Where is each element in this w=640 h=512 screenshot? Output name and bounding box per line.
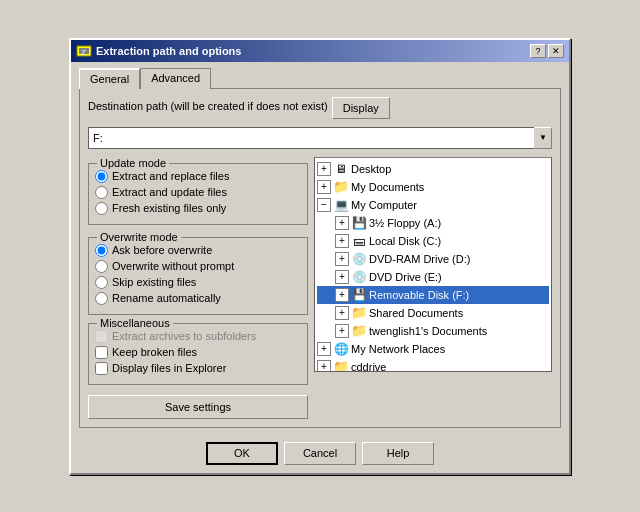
radio-label-overwrite-no-prompt[interactable]: Overwrite without prompt bbox=[112, 260, 234, 272]
miscellaneous-group: Miscellaneous Extract archives to subfol… bbox=[88, 323, 308, 385]
title-buttons: ? ✕ bbox=[530, 44, 564, 58]
desktop-icon: 🖥 bbox=[333, 161, 349, 177]
check-label-keep-broken[interactable]: Keep broken files bbox=[112, 346, 197, 358]
my-documents-icon: 📁 bbox=[333, 179, 349, 195]
tree-label-dvd-ram: DVD-RAM Drive (D:) bbox=[369, 253, 470, 265]
overwrite-mode-label: Overwrite mode bbox=[97, 231, 181, 243]
tree-item-twenglish-docs[interactable]: + 📁 twenglish1's Documents bbox=[317, 322, 549, 340]
tree-item-dvd-ram[interactable]: + 💿 DVD-RAM Drive (D:) bbox=[317, 250, 549, 268]
tree-item-network[interactable]: + 🌐 My Network Places bbox=[317, 340, 549, 358]
title-text: Extraction path and options bbox=[96, 45, 241, 57]
tree-item-local-disk-c[interactable]: + 🖴 Local Disk (C:) bbox=[317, 232, 549, 250]
radio-extract-replace: Extract and replace files bbox=[95, 170, 301, 183]
help-title-btn[interactable]: ? bbox=[530, 44, 546, 58]
bottom-buttons: OK Cancel Help bbox=[79, 436, 561, 465]
tree-item-my-computer[interactable]: − 💻 My Computer bbox=[317, 196, 549, 214]
check-label-display-explorer[interactable]: Display files in Explorer bbox=[112, 362, 226, 374]
cancel-button[interactable]: Cancel bbox=[284, 442, 356, 465]
tab-general[interactable]: General bbox=[79, 68, 140, 89]
check-display-explorer: Display files in Explorer bbox=[95, 362, 301, 375]
radio-label-ask-overwrite[interactable]: Ask before overwrite bbox=[112, 244, 212, 256]
tab-content-general: Destination path (will be created if doe… bbox=[79, 88, 561, 428]
update-mode-group: Update mode Extract and replace files Ex… bbox=[88, 163, 308, 225]
cddrive-icon: 📁 bbox=[333, 359, 349, 372]
radio-label-rename-auto[interactable]: Rename automatically bbox=[112, 292, 221, 304]
check-keep-broken: Keep broken files bbox=[95, 346, 301, 359]
tree-label-local-disk-c: Local Disk (C:) bbox=[369, 235, 441, 247]
dialog-body: General Advanced Destination path (will … bbox=[71, 62, 569, 473]
tree-item-my-documents[interactable]: + 📁 My Documents bbox=[317, 178, 549, 196]
network-icon: 🌐 bbox=[333, 341, 349, 357]
dvd-ram-icon: 💿 bbox=[351, 251, 367, 267]
tree-label-removable-f: Removable Disk (F:) bbox=[369, 289, 469, 301]
destination-row: Destination path (will be created if doe… bbox=[88, 97, 552, 119]
radio-label-skip-existing[interactable]: Skip existing files bbox=[112, 276, 196, 288]
tree-label-shared-docs: Shared Documents bbox=[369, 307, 463, 319]
removable-f-icon: 💾 bbox=[351, 287, 367, 303]
radio-skip-existing: Skip existing files bbox=[95, 276, 301, 289]
overwrite-mode-group: Overwrite mode Ask before overwrite Over… bbox=[88, 237, 308, 315]
radio-fresh-only: Fresh existing files only bbox=[95, 202, 301, 215]
radio-rename-auto: Rename automatically bbox=[95, 292, 301, 305]
radio-extract-update: Extract and update files bbox=[95, 186, 301, 199]
tree-expander-dvd-ram[interactable]: + bbox=[335, 252, 349, 266]
combo-dropdown-btn[interactable]: ▼ bbox=[534, 127, 552, 149]
tree-label-floppy: 3½ Floppy (A:) bbox=[369, 217, 441, 229]
path-input[interactable] bbox=[88, 127, 534, 149]
radio-label-fresh-only[interactable]: Fresh existing files only bbox=[112, 202, 226, 214]
tree-label-dvd-e: DVD Drive (E:) bbox=[369, 271, 442, 283]
left-panel: Update mode Extract and replace files Ex… bbox=[88, 157, 308, 419]
tree-label-my-documents: My Documents bbox=[351, 181, 424, 193]
radio-label-extract-update[interactable]: Extract and update files bbox=[112, 186, 227, 198]
close-btn[interactable]: ✕ bbox=[548, 44, 564, 58]
path-combo: ▼ bbox=[88, 127, 552, 149]
radio-ask-overwrite: Ask before overwrite bbox=[95, 244, 301, 257]
tree-label-my-computer: My Computer bbox=[351, 199, 417, 211]
tree-item-cddrive[interactable]: + 📁 cddrive bbox=[317, 358, 549, 372]
tree-label-desktop: Desktop bbox=[351, 163, 391, 175]
destination-label: Destination path (will be created if doe… bbox=[88, 100, 328, 112]
dvd-e-icon: 💿 bbox=[351, 269, 367, 285]
display-button[interactable]: Display bbox=[332, 97, 390, 119]
dialog-window: Z Extraction path and options ? ✕ Genera… bbox=[69, 38, 571, 475]
tree-label-twenglish-docs: twenglish1's Documents bbox=[369, 325, 487, 337]
tree-expander-removable-f[interactable]: + bbox=[335, 288, 349, 302]
main-content-row: Update mode Extract and replace files Ex… bbox=[88, 157, 552, 419]
tab-advanced[interactable]: Advanced bbox=[140, 68, 211, 89]
local-disk-c-icon: 🖴 bbox=[351, 233, 367, 249]
ok-button[interactable]: OK bbox=[206, 442, 278, 465]
tree-expander-floppy[interactable]: + bbox=[335, 216, 349, 230]
tree-expander-shared-docs[interactable]: + bbox=[335, 306, 349, 320]
file-tree[interactable]: + 🖥 Desktop + 📁 My Documents − 💻 My bbox=[314, 157, 552, 372]
dialog-icon: Z bbox=[76, 43, 92, 59]
shared-docs-icon: 📁 bbox=[351, 305, 367, 321]
radio-overwrite-no-prompt: Overwrite without prompt bbox=[95, 260, 301, 273]
check-label-extract-subfolders[interactable]: Extract archives to subfolders bbox=[112, 330, 256, 342]
twenglish-docs-icon: 📁 bbox=[351, 323, 367, 339]
tree-item-desktop[interactable]: + 🖥 Desktop bbox=[317, 160, 549, 178]
tree-expander-my-documents[interactable]: + bbox=[317, 180, 331, 194]
tree-label-cddrive: cddrive bbox=[351, 361, 386, 372]
radio-label-extract-replace[interactable]: Extract and replace files bbox=[112, 170, 229, 182]
tree-expander-my-computer[interactable]: − bbox=[317, 198, 331, 212]
title-bar: Z Extraction path and options ? ✕ bbox=[71, 40, 569, 62]
tree-expander-local-c[interactable]: + bbox=[335, 234, 349, 248]
tree-expander-network[interactable]: + bbox=[317, 342, 331, 356]
computer-icon: 💻 bbox=[333, 197, 349, 213]
tree-expander-cddrive[interactable]: + bbox=[317, 360, 331, 372]
tree-item-shared-docs[interactable]: + 📁 Shared Documents bbox=[317, 304, 549, 322]
save-settings-button[interactable]: Save settings bbox=[88, 395, 308, 419]
tree-item-floppy[interactable]: + 💾 3½ Floppy (A:) bbox=[317, 214, 549, 232]
miscellaneous-label: Miscellaneous bbox=[97, 317, 173, 329]
floppy-icon: 💾 bbox=[351, 215, 367, 231]
tree-item-dvd-e[interactable]: + 💿 DVD Drive (E:) bbox=[317, 268, 549, 286]
tree-expander-dvd-e[interactable]: + bbox=[335, 270, 349, 284]
svg-text:Z: Z bbox=[81, 48, 86, 57]
check-extract-subfolders: Extract archives to subfolders bbox=[95, 330, 301, 343]
help-button[interactable]: Help bbox=[362, 442, 434, 465]
tree-expander-desktop[interactable]: + bbox=[317, 162, 331, 176]
tree-item-removable-f[interactable]: + 💾 Removable Disk (F:) bbox=[317, 286, 549, 304]
tree-label-network: My Network Places bbox=[351, 343, 445, 355]
update-mode-label: Update mode bbox=[97, 157, 169, 169]
tree-expander-twenglish-docs[interactable]: + bbox=[335, 324, 349, 338]
